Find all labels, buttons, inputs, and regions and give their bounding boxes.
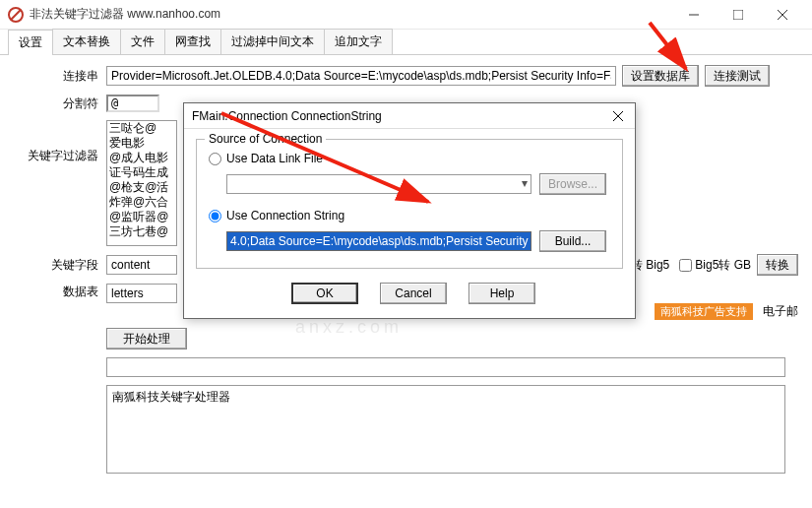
tab-filter-middle[interactable]: 过滤掉中间文本 bbox=[220, 29, 325, 54]
output-text: 南狐科技关键字处理器 bbox=[112, 390, 230, 404]
start-button[interactable]: 开始处理 bbox=[106, 328, 187, 349]
svg-rect-1 bbox=[733, 10, 743, 20]
list-item[interactable]: @成人电影 bbox=[107, 151, 176, 165]
list-item[interactable]: 三坊七巷@ bbox=[107, 224, 176, 239]
dialog-title: FMain.Connection ConnectionString bbox=[192, 109, 382, 123]
list-item[interactable]: 爱电影 bbox=[107, 136, 176, 151]
set-database-button[interactable]: 设置数据库 bbox=[622, 65, 699, 87]
progress-field[interactable] bbox=[106, 357, 785, 377]
group-title: Source of Connection bbox=[205, 132, 326, 146]
connstr-input[interactable] bbox=[106, 66, 616, 86]
window-title: 非法关键字过滤器 www.nanhoo.com bbox=[30, 6, 671, 23]
list-item[interactable]: 三哒仑@ bbox=[107, 121, 176, 136]
datalink-combo[interactable] bbox=[226, 174, 531, 194]
splitter-value[interactable]: @ bbox=[106, 95, 159, 112]
list-item[interactable]: @枪支@活 bbox=[107, 180, 176, 195]
list-item[interactable]: 证号码生成 bbox=[107, 165, 176, 180]
help-button[interactable]: Help bbox=[468, 283, 535, 304]
build-button[interactable]: Build... bbox=[539, 230, 606, 252]
tab-file[interactable]: 文件 bbox=[120, 29, 165, 54]
tab-settings[interactable]: 设置 bbox=[8, 30, 53, 55]
connstring-field[interactable]: 4.0;Data Source=E:\mycode\asp\ds.mdb;Per… bbox=[226, 231, 531, 251]
ok-button[interactable]: OK bbox=[291, 283, 358, 304]
email-label: 电子邮 bbox=[763, 303, 798, 320]
big2gb-checkbox[interactable]: Big5转 GB bbox=[679, 257, 751, 274]
maximize-button[interactable] bbox=[716, 0, 760, 30]
minimize-button[interactable] bbox=[671, 0, 716, 30]
field-input[interactable] bbox=[106, 255, 177, 275]
dialog-close-button[interactable] bbox=[609, 107, 627, 125]
label-table: 数据表 bbox=[14, 284, 106, 300]
tab-append[interactable]: 追加文字 bbox=[324, 29, 393, 54]
titlebar: 非法关键字过滤器 www.nanhoo.com bbox=[0, 0, 812, 30]
cancel-button[interactable]: Cancel bbox=[380, 283, 447, 304]
app-icon bbox=[8, 7, 24, 23]
label-filter: 关键字过滤器 bbox=[14, 120, 106, 164]
tab-web-find[interactable]: 网查找 bbox=[164, 29, 221, 54]
source-group: Source of Connection Use Data Link File … bbox=[196, 139, 623, 269]
tabbar: 设置 文本替换 文件 网查找 过滤掉中间文本 追加文字 bbox=[0, 30, 812, 55]
convert-button[interactable]: 转换 bbox=[757, 254, 798, 276]
output-textarea[interactable]: 南狐科技关键字处理器 bbox=[106, 385, 785, 474]
connection-string-dialog: FMain.Connection ConnectionString Source… bbox=[183, 102, 636, 319]
test-connection-button[interactable]: 连接测试 bbox=[705, 65, 770, 87]
radio-datalink[interactable]: Use Data Link File bbox=[209, 152, 610, 165]
radio-connstring[interactable]: Use Connection String bbox=[209, 209, 610, 222]
filter-listbox[interactable]: 三哒仑@ 爱电影 @成人电影 证号码生成 @枪支@活 炸弹@六合 @监听器@ 三… bbox=[106, 120, 177, 246]
browse-button[interactable]: Browse... bbox=[539, 173, 606, 195]
label-connstr: 连接串 bbox=[14, 68, 106, 85]
close-button[interactable] bbox=[760, 0, 804, 30]
promo-badge: 南狐科技广告支持 bbox=[655, 303, 753, 320]
table-input[interactable] bbox=[106, 284, 177, 303]
list-item[interactable]: @监听器@ bbox=[107, 210, 176, 224]
label-field: 关键字段 bbox=[14, 257, 106, 274]
label-splitter: 分割符 bbox=[14, 95, 106, 112]
tab-text-replace[interactable]: 文本替换 bbox=[52, 29, 121, 54]
list-item[interactable]: 炸弹@六合 bbox=[107, 195, 176, 210]
